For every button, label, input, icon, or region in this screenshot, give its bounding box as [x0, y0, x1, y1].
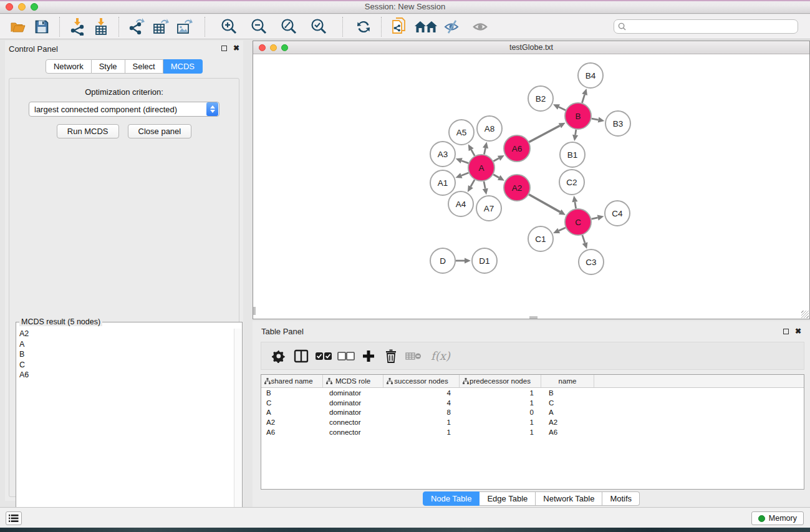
graph-node-A5[interactable]: A5: [449, 120, 474, 145]
edge-B-B1[interactable]: [576, 130, 576, 135]
export-network-icon[interactable]: [127, 17, 147, 37]
graph-node-C4[interactable]: C4: [605, 201, 630, 226]
vertical-scrollbar-stub[interactable]: [253, 307, 256, 315]
table-row[interactable]: Bdominator41B: [261, 388, 804, 398]
settings-gear-icon[interactable]: [268, 346, 290, 367]
duplicate-network-icon[interactable]: [389, 17, 409, 37]
result-scrollbar[interactable]: [234, 329, 241, 532]
show-graphics-details-icon[interactable]: [471, 17, 491, 37]
tab-edge-table[interactable]: Edge Table: [480, 491, 536, 506]
tab-motifs[interactable]: Motifs: [602, 491, 640, 506]
graph-node-A3[interactable]: A3: [430, 142, 455, 167]
function-builder-icon[interactable]: f(x): [431, 349, 450, 362]
graph-node-A4[interactable]: A4: [448, 191, 473, 216]
graph-node-A6[interactable]: A6: [504, 135, 530, 162]
graph-node-B3[interactable]: B3: [605, 111, 630, 136]
graph-node-D[interactable]: D: [430, 248, 455, 273]
close-table-panel-icon[interactable]: ✖: [795, 328, 801, 334]
graph-node-A1[interactable]: A1: [430, 170, 455, 195]
table-row[interactable]: Adominator80A: [261, 408, 804, 418]
titlebar[interactable]: Session: New Session: [0, 0, 810, 14]
column-header-shared-name[interactable]: shared name: [261, 375, 323, 387]
optimization-criterion-dropdown[interactable]: largest connected component (directed): [29, 102, 219, 117]
network-canvas[interactable]: B4B2BB3A8A5A6A3B1AC2A1A2A4A7C4CC1C3DD1: [253, 55, 809, 319]
column-header-MCDS-role[interactable]: MCDS role: [323, 375, 383, 387]
graph-node-A7[interactable]: A7: [476, 196, 501, 221]
edge-A-A4[interactable]: [471, 180, 475, 186]
edge-A-A2[interactable]: [493, 175, 499, 178]
delete-table-icon[interactable]: [402, 346, 425, 367]
column-header-successor-nodes[interactable]: successor nodes: [383, 375, 460, 387]
edge-C-C3[interactable]: [582, 235, 585, 243]
search-field[interactable]: [614, 19, 798, 34]
task-history-button[interactable]: [6, 511, 22, 525]
edge-B-B3[interactable]: [592, 118, 599, 120]
close-panel-button[interactable]: Close panel: [128, 124, 192, 138]
result-item[interactable]: B: [17, 349, 233, 360]
edge-A-A8[interactable]: [484, 148, 485, 154]
zoom-selected-icon[interactable]: [309, 17, 329, 37]
close-panel-icon[interactable]: ✖: [233, 45, 239, 51]
network-graph[interactable]: B4B2BB3A8A5A6A3B1AC2A1A2A4A7C4CC1C3DD1: [253, 55, 809, 319]
tab-node-table[interactable]: Node Table: [423, 491, 480, 506]
graph-node-B1[interactable]: B1: [560, 142, 585, 167]
run-mcds-button[interactable]: Run MCDS: [57, 124, 119, 138]
edge-B-B4[interactable]: [582, 95, 584, 103]
tab-mcds[interactable]: MCDS: [163, 59, 203, 74]
tab-select[interactable]: Select: [125, 59, 163, 74]
horizontal-scrollbar-stub[interactable]: [529, 316, 538, 319]
add-column-icon[interactable]: [357, 346, 380, 367]
float-table-panel-icon[interactable]: [783, 329, 789, 334]
home-view-icon[interactable]: [413, 17, 439, 37]
graph-node-C1[interactable]: C1: [528, 226, 553, 251]
mcds-result-list[interactable]: A2ABCA6: [17, 329, 233, 532]
float-panel-icon[interactable]: [221, 46, 227, 51]
graph-node-A8[interactable]: A8: [477, 116, 502, 141]
edge-A-A7[interactable]: [484, 181, 485, 189]
graph-node-B4[interactable]: B4: [578, 63, 603, 88]
edge-C-C4[interactable]: [591, 218, 597, 219]
select-all-columns-icon[interactable]: [312, 346, 335, 367]
zoom-out-icon[interactable]: [249, 17, 269, 37]
graph-node-B2[interactable]: B2: [528, 86, 553, 111]
edge-B-B2[interactable]: [559, 107, 566, 110]
edge-A6-B[interactable]: [529, 125, 559, 142]
edge-A-A3[interactable]: [461, 161, 468, 163]
column-header-predecessor-nodes[interactable]: predecessor nodes: [460, 375, 541, 387]
graph-node-B[interactable]: B: [565, 103, 591, 129]
zoom-in-icon[interactable]: [219, 17, 239, 37]
import-table-icon[interactable]: [91, 17, 111, 37]
edge-A2-C[interactable]: [529, 195, 560, 212]
resize-grip[interactable]: [801, 311, 809, 318]
graph-node-A2[interactable]: A2: [504, 175, 530, 201]
result-item[interactable]: A: [17, 339, 233, 350]
result-item[interactable]: A2: [17, 329, 233, 339]
edge-C-C1[interactable]: [559, 228, 566, 231]
result-item[interactable]: A6: [17, 370, 233, 380]
tab-network[interactable]: Network: [46, 59, 92, 74]
graph-node-C[interactable]: C: [565, 209, 591, 235]
tab-network-table[interactable]: Network Table: [536, 491, 602, 506]
search-input[interactable]: [629, 22, 794, 31]
graph-node-C2[interactable]: C2: [559, 170, 584, 195]
table-row[interactable]: A2connector11A2: [261, 417, 804, 427]
table-row[interactable]: A6connector11A6: [261, 427, 804, 437]
unselect-all-columns-icon[interactable]: [335, 346, 357, 367]
delete-column-icon[interactable]: [380, 346, 402, 367]
graph-node-A[interactable]: A: [468, 155, 494, 181]
graph-node-C3[interactable]: C3: [579, 249, 604, 274]
open-session-icon[interactable]: [8, 17, 28, 37]
tab-style[interactable]: Style: [92, 59, 125, 74]
show-column-icon[interactable]: [290, 346, 312, 367]
edge-C-C2[interactable]: [575, 202, 576, 209]
import-network-icon[interactable]: [67, 17, 87, 37]
zoom-fit-icon[interactable]: [279, 17, 299, 37]
export-image-icon[interactable]: [174, 17, 194, 37]
export-table-icon[interactable]: [150, 17, 170, 37]
graph-node-D1[interactable]: D1: [472, 248, 497, 273]
table-row[interactable]: Cdominator41C: [261, 398, 804, 408]
edge-A-A5[interactable]: [471, 150, 475, 156]
save-session-icon[interactable]: [32, 17, 52, 37]
column-header-name[interactable]: name: [541, 375, 594, 387]
hide-graphics-details-icon[interactable]: [443, 17, 463, 37]
